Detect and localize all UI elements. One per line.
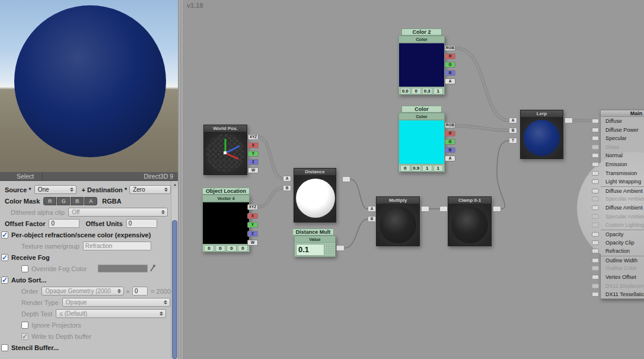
main-node-title[interactable]: Main [601,110,644,117]
main-input-port[interactable] [592,196,599,201]
input-port[interactable] [439,206,448,212]
node-title[interactable]: Multiply [377,197,419,204]
color-name-tag[interactable]: Color [401,106,442,113]
ignore-projectors-checkbox[interactable] [21,322,28,329]
panel-divider[interactable] [178,0,184,359]
value-cell[interactable]: 1 [433,88,444,94]
r-port[interactable]: R [445,131,455,136]
b-input-port[interactable]: B [509,128,517,134]
main-input-port[interactable] [592,205,599,210]
main-input-port[interactable] [592,189,599,193]
vector4-swatch[interactable] [203,202,249,244]
b-input-port[interactable]: B [283,185,291,191]
a-input-port[interactable]: A [283,176,291,182]
main-input-port[interactable] [592,145,599,150]
node-graph-canvas[interactable]: v1.18 World Pos. [184,0,644,359]
color2-node[interactable]: Color 0.000.31 [398,36,445,95]
value-cell[interactable]: 0.3 [422,88,432,94]
main-input-port[interactable] [592,249,599,253]
tab-select[interactable]: Select [0,172,43,181]
main-input-port[interactable] [592,266,599,271]
distance-mult-output-port[interactable] [336,245,345,251]
node-title[interactable]: Lerp [521,110,563,117]
distance-mult-node[interactable]: Value 0.1 [294,236,336,257]
object-location-name-tag[interactable]: Object Location [202,188,250,195]
main-input-port[interactable] [592,284,599,288]
main-input-port[interactable] [592,275,599,279]
clamp-output-port[interactable] [493,206,501,212]
xyz-port[interactable]: XYZ [247,204,258,210]
g-port[interactable]: G [445,139,455,145]
main-input-port[interactable] [592,223,599,227]
main-input-port[interactable] [592,214,599,219]
write-depth-checkbox[interactable] [21,333,28,340]
main-input-port[interactable] [592,232,599,237]
value-cell[interactable]: 0 [238,245,248,252]
multiply-output-port[interactable] [421,206,429,212]
main-input-port[interactable] [592,128,599,132]
node-title[interactable]: Clamp 0-1 [448,197,491,204]
clamp-node[interactable]: Clamp 0-1 [448,196,492,246]
distance-node[interactable]: Distance [294,168,336,223]
scrollbar-thumb[interactable] [172,220,177,359]
value-cell[interactable]: 0.0 [400,88,410,94]
color2-name-tag[interactable]: Color 2 [401,28,442,36]
a-input-port[interactable]: A [509,117,517,123]
color-node[interactable]: Color 00.911 [398,113,445,172]
a-port[interactable]: A [445,78,455,84]
b-port[interactable]: B [445,147,455,153]
value-cell[interactable]: 0.9 [412,165,422,171]
w-port[interactable]: W [248,167,259,173]
node-title[interactable]: Distance [294,169,336,176]
value-cell[interactable]: 0 [204,245,214,252]
fog-color-swatch[interactable] [98,265,148,272]
distance-mult-name-tag[interactable]: Distance Mult [292,228,334,236]
color2-swatch[interactable] [399,43,444,87]
mask-r-button[interactable]: R [43,197,56,205]
value-cell[interactable]: 0 [215,245,225,252]
b-port[interactable]: B [445,70,455,76]
source-dropdown[interactable]: One [34,185,77,194]
distance-output-port[interactable] [342,176,350,182]
rgb-port[interactable]: RGB [445,45,455,51]
g-port[interactable]: G [445,62,455,68]
value-cell[interactable]: 1 [433,165,444,171]
receive-fog-checkbox[interactable] [1,254,8,261]
order-dropdown[interactable]: Opaque Geometry (2000 [42,287,123,296]
stencil-checkbox[interactable] [1,344,8,351]
z-port[interactable]: Z [248,159,259,165]
override-fog-checkbox[interactable] [21,265,28,272]
order-offset-input[interactable] [132,287,148,296]
eyedropper-icon[interactable] [149,265,155,272]
xyz-port[interactable]: XYZ [248,134,259,140]
main-input-port[interactable] [592,171,599,176]
material-preview-viewport[interactable] [0,0,178,172]
per-object-checkbox[interactable] [1,231,8,239]
b-input-port[interactable]: B [368,216,376,222]
lerp-node[interactable]: Lerp [520,110,563,159]
value-cell[interactable]: 1 [422,165,432,171]
drag-handle-icon[interactable] [326,244,334,256]
value-cell[interactable]: 0 [400,165,410,171]
lerp-output-port[interactable] [565,117,573,123]
mask-g-button[interactable]: G [57,197,70,205]
render-type-dropdown[interactable]: Opaque [62,298,170,307]
destination-dropdown[interactable]: Zero [129,185,171,194]
x-port[interactable]: X [248,142,259,148]
mask-a-button[interactable]: A [84,197,97,205]
y-port[interactable]: Y [248,151,259,157]
mask-b-button[interactable]: B [71,197,84,205]
auto-sort-checkbox[interactable] [1,277,8,284]
settings-scrollbar[interactable]: ▲ [171,181,178,359]
dithered-dropdown[interactable]: Off [68,208,168,217]
color-swatch[interactable] [399,120,444,164]
offset-factor-input[interactable] [49,219,79,228]
y-port[interactable]: Y [247,222,258,228]
offset-units-input[interactable] [126,219,157,228]
x-port[interactable]: X [247,213,258,219]
node-title[interactable]: World Pos. [204,125,247,132]
multiply-node[interactable]: Multiply [376,196,420,246]
main-input-port[interactable] [592,292,599,297]
main-input-port[interactable] [592,119,599,123]
world-pos-node[interactable]: World Pos. [203,125,247,175]
